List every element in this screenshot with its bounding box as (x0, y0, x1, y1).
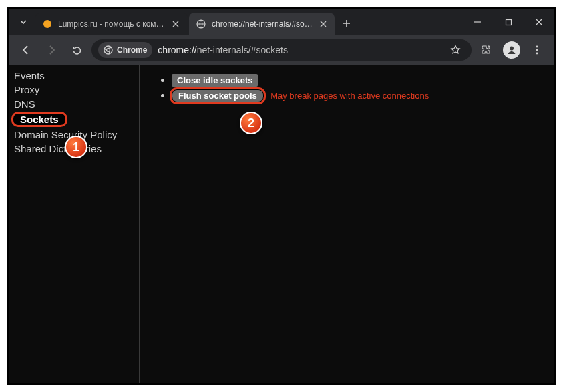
url-scheme: chrome:// (158, 45, 196, 55)
page-content: Events Proxy DNS Sockets Domain Security… (9, 65, 554, 383)
svg-point-8 (536, 53, 538, 55)
sidebar-item-domain-security[interactable]: Domain Security Policy (11, 128, 120, 141)
window-maximize-button[interactable] (493, 11, 524, 33)
globe-icon (196, 19, 206, 29)
address-bar[interactable]: Chrome chrome://net-internals/#sockets (91, 39, 472, 61)
callout-1: 1 (65, 136, 87, 158)
sidebar-item-events[interactable]: Events (11, 69, 47, 82)
window-close-button[interactable] (524, 11, 554, 33)
new-tab-button[interactable] (337, 14, 356, 33)
url-rest: net-internals/#sockets (197, 45, 288, 55)
tab-inactive-0[interactable]: Lumpics.ru - помощь с компью (35, 13, 188, 35)
action-list: Close idle sockets Flush socket pools Ma… (152, 74, 542, 102)
svg-point-6 (536, 46, 538, 48)
window-minimize-button[interactable] (462, 11, 493, 33)
profile-button[interactable] (501, 39, 522, 61)
list-item: Close idle sockets (172, 74, 542, 87)
forward-button[interactable] (41, 39, 62, 61)
svg-point-5 (510, 47, 514, 51)
orange-dot-icon (42, 19, 53, 29)
main-content: Close idle sockets Flush socket pools Ma… (140, 65, 554, 383)
svg-rect-2 (506, 19, 511, 25)
svg-point-0 (43, 20, 51, 28)
reload-button[interactable] (66, 39, 87, 61)
tab-close-button[interactable] (171, 19, 181, 29)
callout-2: 2 (240, 112, 262, 134)
tab-active[interactable]: chrome://net-internals/#sockets (189, 13, 335, 35)
warning-text: May break pages with active connections (270, 91, 429, 101)
tab-title: Lumpics.ru - помощь с компью (58, 19, 166, 29)
avatar-icon (503, 41, 520, 59)
flush-socket-pools-button[interactable]: Flush socket pools (172, 89, 264, 102)
close-idle-sockets-button[interactable]: Close idle sockets (172, 74, 258, 87)
chrome-icon (104, 45, 113, 55)
sidebar-item-shared-dict[interactable]: Shared Dictionaries (11, 142, 104, 155)
sidebar-item-sockets[interactable]: Sockets (11, 112, 67, 127)
list-item: Flush socket pools May break pages with … (172, 89, 542, 102)
titlebar: Lumpics.ru - помощь с компью chrome://ne… (9, 9, 554, 35)
sidebar-item-dns[interactable]: DNS (11, 97, 38, 110)
extensions-button[interactable] (476, 39, 497, 61)
toolbar: Chrome chrome://net-internals/#sockets (9, 35, 554, 65)
addr-right (446, 41, 465, 59)
sidebar: Events Proxy DNS Sockets Domain Security… (9, 65, 140, 383)
chip-label: Chrome (117, 45, 147, 55)
tab-title: chrome://net-internals/#sockets (212, 19, 313, 29)
svg-point-7 (536, 49, 538, 51)
tab-close-button[interactable] (318, 19, 328, 29)
window-controls (462, 9, 554, 35)
bookmark-star-icon[interactable] (446, 41, 465, 59)
back-button[interactable] (15, 39, 37, 61)
browser-window: Lumpics.ru - помощь с компью chrome://ne… (7, 7, 556, 385)
tab-search-button[interactable] (15, 14, 31, 30)
url-text: chrome://net-internals/#sockets (158, 44, 288, 56)
kebab-menu-button[interactable] (526, 39, 548, 61)
sidebar-item-proxy[interactable]: Proxy (11, 83, 42, 96)
chrome-chip: Chrome (98, 42, 152, 58)
